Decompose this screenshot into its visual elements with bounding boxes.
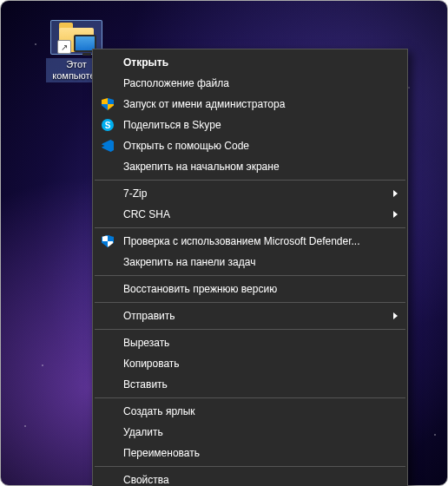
menu-item-rename[interactable]: Переименовать: [94, 443, 406, 463]
menu-item-label: Открыть: [123, 56, 168, 69]
menu-item-label: Проверка с использованием Microsoft Defe…: [123, 235, 360, 247]
chevron-right-icon: [393, 312, 398, 319]
menu-item-label: Закрепить на панели задач: [123, 256, 255, 268]
chevron-right-icon: [393, 211, 398, 218]
menu-item-delete[interactable]: Удалить: [94, 422, 406, 443]
menu-item-label: Удалить: [123, 426, 163, 438]
menu-item-open-with-code[interactable]: Открыть с помощью Code: [94, 135, 406, 156]
menu-item-label: Восстановить прежнюю версию: [123, 283, 277, 295]
menu-item-label: Поделиться в Skype: [123, 119, 221, 131]
menu-separator: [95, 302, 405, 303]
desktop-background: ↗ Этот компьютер ОткрытьРасположение фай…: [0, 0, 448, 486]
menu-item-copy[interactable]: Копировать: [94, 353, 406, 374]
menu-item-pin-taskbar[interactable]: Закрепить на панели задач: [94, 252, 406, 273]
menu-item-label: CRC SHA: [123, 208, 170, 220]
menu-item-seven-zip[interactable]: 7-Zip: [94, 183, 406, 204]
chevron-right-icon: [393, 190, 398, 197]
menu-item-label: Закрепить на начальном экране: [123, 161, 280, 173]
menu-item-share-skype[interactable]: SПоделиться в Skype: [94, 115, 406, 135]
menu-item-label: Открыть с помощью Code: [123, 140, 249, 152]
menu-item-properties[interactable]: Свойства: [94, 470, 406, 486]
menu-item-run-as-admin[interactable]: Запуск от имени администратора: [94, 94, 406, 115]
menu-item-create-shortcut[interactable]: Создать ярлык: [94, 401, 406, 422]
menu-item-label: Создать ярлык: [123, 405, 195, 417]
menu-item-defender-scan[interactable]: Проверка с использованием Microsoft Defe…: [94, 231, 406, 252]
context-menu: ОткрытьРасположение файлаЗапуск от имени…: [92, 49, 408, 486]
menu-item-paste[interactable]: Вставить: [94, 374, 406, 395]
menu-separator: [95, 397, 405, 398]
this-pc-icon: ↗: [59, 23, 94, 52]
shield-icon: [101, 97, 115, 111]
menu-item-label: Переименовать: [123, 447, 200, 459]
menu-item-label: Вставить: [123, 378, 168, 391]
menu-item-label: Расположение файла: [123, 77, 229, 89]
menu-item-send-to[interactable]: Отправить: [94, 305, 406, 326]
menu-item-label: Копировать: [123, 358, 180, 370]
menu-item-cut[interactable]: Вырезать: [94, 332, 406, 353]
menu-item-crc-sha[interactable]: CRC SHA: [94, 204, 406, 225]
menu-item-restore-previous[interactable]: Восстановить прежнюю версию: [94, 279, 406, 299]
menu-separator: [95, 180, 405, 181]
menu-separator: [95, 227, 405, 228]
shortcut-overlay-icon: ↗: [57, 40, 71, 54]
menu-item-label: Вырезать: [123, 337, 169, 349]
menu-separator: [95, 466, 405, 467]
skype-icon: S: [101, 118, 115, 132]
menu-item-label: Отправить: [123, 310, 175, 322]
menu-separator: [95, 275, 405, 276]
menu-item-label: 7-Zip: [123, 187, 147, 200]
menu-item-file-location[interactable]: Расположение файла: [94, 73, 406, 94]
menu-item-pin-start[interactable]: Закрепить на начальном экране: [94, 156, 406, 177]
vscode-icon: [101, 139, 115, 153]
menu-separator: [95, 329, 405, 330]
menu-item-label: Свойства: [123, 474, 169, 486]
defender-icon: [101, 234, 115, 248]
menu-item-open[interactable]: Открыть: [94, 52, 406, 73]
menu-item-label: Запуск от имени администратора: [123, 98, 285, 110]
